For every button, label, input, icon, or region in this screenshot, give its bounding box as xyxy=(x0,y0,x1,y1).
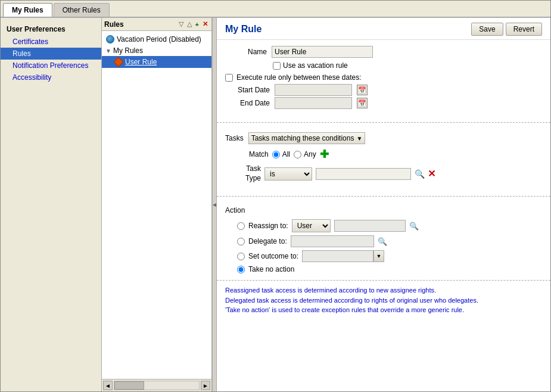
scroll-thumb[interactable] xyxy=(114,381,144,390)
scroll-track[interactable] xyxy=(114,381,200,390)
info-line-3: 'Take no action' is used to create excep… xyxy=(225,305,542,315)
tree-item-my-rules[interactable]: ▼ My Rules xyxy=(102,45,211,56)
execute-rule-checkbox[interactable] xyxy=(225,74,233,82)
expand-arrow-icon: ▼ xyxy=(105,48,111,54)
outcome-row: Set outcome to: ▼ xyxy=(225,250,542,262)
collapse-handle[interactable]: ◄ xyxy=(212,18,217,391)
end-date-calendar-icon[interactable]: 📅 xyxy=(357,98,368,108)
rule-icon xyxy=(114,57,123,67)
tasks-section: Tasks Tasks matching these conditions ▼ … xyxy=(217,129,550,190)
sidebar-title: User Preferences xyxy=(1,21,101,36)
end-date-input[interactable] xyxy=(275,97,352,109)
radio-outcome[interactable] xyxy=(237,253,245,260)
delegate-search-icon[interactable]: 🔍 xyxy=(378,237,387,246)
outcome-label: Set outcome to: xyxy=(248,252,298,260)
task-type-select[interactable]: is is not xyxy=(264,167,312,181)
info-text: Reassigned task access is determined acc… xyxy=(217,280,550,320)
sidebar-item-accessibility[interactable]: Accessibility xyxy=(1,71,101,83)
outcome-input[interactable] xyxy=(302,250,373,262)
delete-rule-btn[interactable]: ✕ xyxy=(201,20,209,29)
add-condition-btn[interactable]: ✚ xyxy=(320,149,329,160)
panel-title: Rules xyxy=(104,20,176,29)
horizontal-scrollbar: ◄ ► xyxy=(102,379,211,391)
match-row: Match All Any ✚ xyxy=(225,149,542,160)
reassign-search-icon[interactable]: 🔍 xyxy=(409,221,419,231)
radio-reassign[interactable] xyxy=(237,222,245,230)
radio-delegate[interactable] xyxy=(237,238,245,245)
vacation-checkbox[interactable] xyxy=(273,62,281,70)
task-type-delete-icon[interactable]: ✕ xyxy=(428,168,435,179)
tree-item-vacation[interactable]: Vacation Period (Disabled) xyxy=(102,33,211,45)
sidebar: User Preferences Certificates Rules Noti… xyxy=(1,18,102,391)
reassign-user-select[interactable]: User xyxy=(292,219,331,232)
main-container: My Rules Other Rules User Preferences Ce… xyxy=(0,0,551,392)
name-row: Name xyxy=(225,46,542,58)
any-label: Any xyxy=(304,150,316,158)
vacation-label: Vacation Period (Disabled) xyxy=(117,35,201,43)
no-action-row: Take no action xyxy=(225,265,542,273)
execute-rule-row: Execute rule only between these dates: xyxy=(225,73,542,82)
reassign-label: Reassign to: xyxy=(248,222,288,230)
right-panel: My Rule Save Revert Name Use as vacation… xyxy=(217,18,550,391)
scroll-left-btn[interactable]: ◄ xyxy=(103,381,113,390)
tab-other-rules[interactable]: Other Rules xyxy=(54,3,110,17)
divider-1 xyxy=(217,122,550,123)
radio-all[interactable] xyxy=(272,151,280,158)
tab-my-rules[interactable]: My Rules xyxy=(3,3,52,17)
tasks-label: Tasks xyxy=(225,134,244,142)
radio-no-action[interactable] xyxy=(237,266,245,273)
radio-any[interactable] xyxy=(294,151,301,158)
sidebar-item-notification-preferences[interactable]: Notification Preferences xyxy=(1,60,101,71)
end-date-row: End Date 📅 xyxy=(225,97,542,109)
task-type-search-icon[interactable]: 🔍 xyxy=(415,169,424,179)
page-title: My Rule xyxy=(225,24,262,35)
reassign-row: Reassign to: User 🔍 xyxy=(225,219,542,232)
sort-down-btn[interactable]: ▽ xyxy=(178,20,185,29)
delegate-input[interactable] xyxy=(291,235,374,247)
delegate-label: Delegate to: xyxy=(248,237,287,245)
save-button[interactable]: Save xyxy=(471,23,503,36)
start-date-label: Start Date xyxy=(225,86,270,94)
task-type-label: TaskType xyxy=(237,164,261,183)
scroll-right-btn[interactable]: ► xyxy=(201,381,210,390)
task-type-input[interactable] xyxy=(316,168,411,180)
my-rules-label: My Rules xyxy=(113,46,143,55)
outcome-select-wrap: ▼ xyxy=(302,250,384,262)
user-rule-label: User Rule xyxy=(125,58,157,66)
start-date-calendar-icon[interactable]: 📅 xyxy=(357,85,368,95)
action-title: Action xyxy=(225,206,542,214)
delegate-row: Delegate to: 🔍 xyxy=(225,235,542,247)
tasks-dropdown[interactable]: Tasks matching these conditions ▼ xyxy=(248,132,366,144)
tree-item-user-rule[interactable]: User Rule xyxy=(102,56,211,68)
vacation-checkbox-label: Use as vacation rule xyxy=(283,61,348,70)
divider-2 xyxy=(217,196,550,197)
vacation-icon xyxy=(105,35,115,44)
date-section: Start Date 📅 End Date 📅 xyxy=(225,84,542,109)
start-date-input[interactable] xyxy=(275,84,352,96)
all-label: All xyxy=(282,150,290,158)
name-input[interactable] xyxy=(272,46,373,58)
sidebar-item-certificates[interactable]: Certificates xyxy=(1,36,101,48)
start-date-row: Start Date 📅 xyxy=(225,84,542,96)
revert-button[interactable]: Revert xyxy=(506,23,542,36)
info-line-2: Delegated task access is determined acco… xyxy=(225,295,542,306)
sort-up-btn[interactable]: △ xyxy=(186,20,193,29)
radio-any-group: Any xyxy=(294,150,316,158)
tasks-dropdown-label: Tasks matching these conditions xyxy=(251,134,354,142)
outcome-dropdown-btn[interactable]: ▼ xyxy=(373,250,384,262)
dropdown-arrow-icon: ▼ xyxy=(356,135,362,142)
name-label: Name xyxy=(225,48,267,56)
tab-bar: My Rules Other Rules xyxy=(1,1,550,18)
right-header: My Rule Save Revert xyxy=(217,18,550,40)
action-buttons: Save Revert xyxy=(471,23,542,36)
add-rule-btn[interactable]: + xyxy=(194,20,200,29)
tasks-row: Tasks Tasks matching these conditions ▼ xyxy=(225,132,542,144)
reassign-input[interactable] xyxy=(334,220,406,232)
vacation-checkbox-row: Use as vacation rule xyxy=(225,61,542,70)
end-date-label: End Date xyxy=(225,99,270,107)
form-area: Name Use as vacation rule Execute rule o… xyxy=(217,40,550,116)
left-panel: Rules ▽ △ + ✕ Vacation Period (Disabled)… xyxy=(102,18,212,391)
no-action-label: Take no action xyxy=(248,265,294,273)
radio-all-group: All xyxy=(272,150,290,158)
sidebar-item-rules[interactable]: Rules xyxy=(1,48,101,60)
